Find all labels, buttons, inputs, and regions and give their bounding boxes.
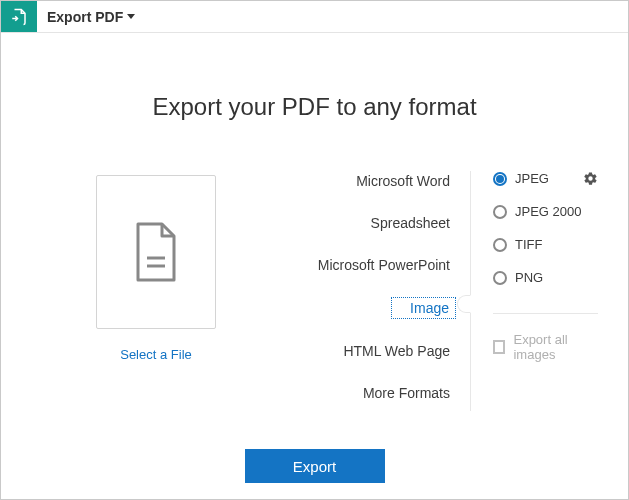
subformat-png[interactable]: PNG xyxy=(493,270,598,285)
page-heading: Export your PDF to any format xyxy=(21,93,608,121)
formats-list: Microsoft Word Spreadsheet Microsoft Pow… xyxy=(281,171,471,411)
image-subformats: JPEG JPEG 2000 TIFF xyxy=(471,171,598,411)
radio-icon xyxy=(493,205,507,219)
subformat-tiff[interactable]: TIFF xyxy=(493,237,598,252)
export-button[interactable]: Export xyxy=(245,449,385,483)
format-spreadsheet[interactable]: Spreadsheet xyxy=(371,213,450,233)
tool-header: Export PDF xyxy=(1,1,628,33)
format-word[interactable]: Microsoft Word xyxy=(356,171,450,191)
format-powerpoint[interactable]: Microsoft PowerPoint xyxy=(318,255,450,275)
checkbox-icon xyxy=(493,340,505,354)
gear-icon xyxy=(583,171,598,186)
export-all-images-checkbox: Export all images xyxy=(493,332,598,362)
subformat-jpeg2000[interactable]: JPEG 2000 xyxy=(493,204,598,219)
jpeg-settings-button[interactable] xyxy=(583,171,598,186)
select-file-link[interactable]: Select a File xyxy=(120,347,192,362)
format-more[interactable]: More Formats xyxy=(363,383,450,403)
divider xyxy=(493,313,598,314)
format-html[interactable]: HTML Web Page xyxy=(343,341,450,361)
document-icon xyxy=(130,220,182,284)
radio-icon xyxy=(493,172,507,186)
file-drop-column: Select a File xyxy=(31,171,281,411)
file-drop-zone[interactable] xyxy=(96,175,216,329)
chevron-down-icon xyxy=(127,14,135,19)
export-pdf-icon xyxy=(1,1,37,32)
format-image[interactable]: Image xyxy=(391,297,456,319)
tool-title-label: Export PDF xyxy=(47,9,123,25)
subformat-jpeg[interactable]: JPEG xyxy=(493,171,598,186)
radio-icon xyxy=(493,271,507,285)
radio-icon xyxy=(493,238,507,252)
selection-notch xyxy=(457,295,471,313)
tool-title-dropdown[interactable]: Export PDF xyxy=(37,1,145,32)
